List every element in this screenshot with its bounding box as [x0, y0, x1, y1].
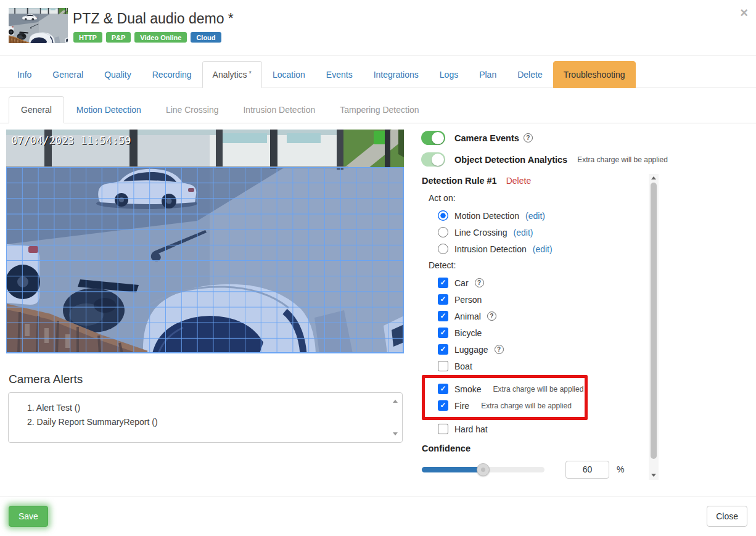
alert-item: 2. Daily Report SummaryReport (): [27, 415, 402, 429]
confidence-label: Confidence: [422, 443, 662, 453]
object-detection-label-text: Object Detection Analytics: [454, 155, 567, 165]
confidence-slider-fill: [422, 467, 483, 472]
camera-alerts-box[interactable]: 1. Alert Test () 2. Daily Report Summary…: [8, 392, 403, 443]
checkbox-fire[interactable]: [438, 400, 448, 411]
checkbox-person[interactable]: [438, 294, 448, 305]
radio-line-crossing[interactable]: [438, 227, 448, 237]
object-detection-toggle[interactable]: [421, 152, 445, 167]
badge-cloud: Cloud: [191, 32, 221, 43]
checkbox-animal[interactable]: [438, 311, 448, 321]
confidence-input[interactable]: [565, 461, 609, 479]
act-on-label: Act on:: [429, 193, 662, 203]
tab-delete[interactable]: Delete: [507, 61, 553, 88]
detect-option-animal[interactable]: Animal ?: [438, 311, 662, 321]
panel-scrollbar[interactable]: [649, 174, 659, 480]
badge-video-online: Video Online: [134, 32, 187, 43]
tab-troubleshooting[interactable]: Troubleshooting: [553, 61, 636, 88]
detect-option-person[interactable]: Person: [438, 294, 662, 305]
tab-location[interactable]: Location: [262, 61, 316, 88]
camera-thumbnail: [9, 8, 68, 43]
tab-quality[interactable]: Quality: [94, 61, 142, 88]
confidence-row: %: [422, 460, 662, 479]
delete-rule-link[interactable]: Delete: [506, 176, 531, 186]
help-icon[interactable]: ?: [495, 345, 504, 354]
unsaved-asterisk: *: [249, 70, 252, 77]
act-on-option-intrusion-detection[interactable]: Intrusion Detection (edit): [438, 244, 662, 254]
camera-title: PTZ & Dual audio demo *: [73, 10, 234, 27]
subtab-line-crossing[interactable]: Line Crossing: [154, 96, 231, 123]
dialog-footer: Save Close: [0, 497, 756, 536]
badge-http: HTTP: [73, 32, 102, 43]
checkbox-label: Car: [454, 278, 469, 288]
scroll-down-icon[interactable]: [393, 432, 398, 435]
scroll-down-icon[interactable]: [651, 474, 656, 477]
scroll-up-icon[interactable]: [393, 400, 398, 403]
help-icon[interactable]: ?: [475, 278, 484, 287]
subtab-intrusion-detection[interactable]: Intrusion Detection: [231, 96, 327, 123]
checkbox-label: Fire: [454, 401, 469, 411]
checkbox-boat[interactable]: [438, 361, 448, 371]
checkbox-label: Boat: [454, 361, 472, 371]
detect-option-bicycle[interactable]: Bicycle: [438, 328, 662, 338]
checkbox-hard-hat[interactable]: [438, 424, 448, 434]
video-timestamp: 07/04/2023 11:54:59: [11, 134, 131, 147]
analytics-subtabs: General Motion Detection Line Crossing I…: [0, 96, 756, 123]
detection-rule-scrollarea[interactable]: Detection Rule #1 Delete Act on: Motion …: [421, 174, 662, 480]
confidence-slider-knob[interactable]: [477, 463, 490, 476]
detect-option-hard-hat[interactable]: Hard hat: [438, 424, 662, 434]
confidence-slider[interactable]: [422, 467, 544, 472]
checkbox-car[interactable]: [438, 278, 448, 288]
detect-option-car[interactable]: Car ?: [438, 278, 662, 288]
edit-motion-detection-link[interactable]: (edit): [525, 211, 545, 221]
motion-grid-lines: [6, 167, 404, 353]
save-button[interactable]: Save: [9, 506, 48, 527]
confidence-unit: %: [617, 464, 624, 474]
camera-preview[interactable]: 07/04/2023 11:54:59: [6, 130, 404, 353]
tab-logs[interactable]: Logs: [429, 61, 469, 88]
subtab-tampering-detection[interactable]: Tampering Detection: [327, 96, 431, 123]
extra-charge-note: Extra charge will be applied: [493, 385, 584, 394]
scroll-up-icon[interactable]: [651, 176, 656, 179]
tab-integrations[interactable]: Integrations: [363, 61, 429, 88]
tab-plan[interactable]: Plan: [469, 61, 507, 88]
close-icon[interactable]: ×: [740, 6, 748, 20]
checkbox-label: Smoke: [454, 384, 482, 394]
tab-info[interactable]: Info: [7, 61, 42, 88]
badge-pnp: P&P: [106, 32, 131, 43]
checkbox-luggage[interactable]: [438, 344, 448, 355]
checkbox-label: Person: [454, 295, 482, 305]
radio-motion-detection[interactable]: [438, 210, 448, 221]
detect-option-fire[interactable]: Fire Extra charge will be applied: [438, 400, 585, 411]
radio-label: Line Crossing: [454, 228, 507, 237]
help-icon[interactable]: ?: [524, 133, 533, 142]
subtab-general[interactable]: General: [9, 96, 64, 123]
subtab-motion-detection[interactable]: Motion Detection: [64, 96, 154, 123]
main-tabs: Info General Quality Recording Analytics…: [0, 61, 756, 88]
detect-option-luggage[interactable]: Luggage ?: [438, 344, 662, 355]
tab-analytics[interactable]: Analytics*: [202, 61, 262, 88]
edit-intrusion-detection-link[interactable]: (edit): [533, 244, 553, 254]
extra-charge-note: Extra charge will be applied: [481, 402, 572, 410]
detect-option-smoke[interactable]: Smoke Extra charge will be applied: [438, 384, 585, 394]
camera-alerts-title: Camera Alerts: [9, 373, 83, 386]
act-on-option-line-crossing[interactable]: Line Crossing (edit): [438, 227, 662, 237]
detection-rule-header: Detection Rule #1 Delete: [422, 176, 662, 186]
detect-option-boat[interactable]: Boat: [438, 361, 662, 371]
checkbox-label: Hard hat: [454, 424, 488, 434]
act-on-option-motion-detection[interactable]: Motion Detection (edit): [438, 210, 662, 221]
camera-events-label-text: Camera Events: [454, 133, 519, 143]
tab-recording[interactable]: Recording: [142, 61, 202, 88]
scrollbar-thumb[interactable]: [651, 183, 657, 459]
tab-general[interactable]: General: [42, 61, 94, 88]
checkbox-smoke[interactable]: [438, 384, 448, 394]
radio-intrusion-detection[interactable]: [438, 244, 448, 254]
camera-events-toggle[interactable]: [421, 131, 445, 145]
help-icon[interactable]: ?: [487, 311, 496, 321]
alert-item: 1. Alert Test (): [27, 401, 402, 415]
checkbox-bicycle[interactable]: [438, 328, 448, 338]
checkbox-label: Bicycle: [454, 328, 482, 338]
radio-label: Motion Detection: [454, 211, 519, 221]
close-button[interactable]: Close: [707, 506, 747, 527]
tab-events[interactable]: Events: [316, 61, 363, 88]
edit-line-crossing-link[interactable]: (edit): [514, 228, 533, 237]
